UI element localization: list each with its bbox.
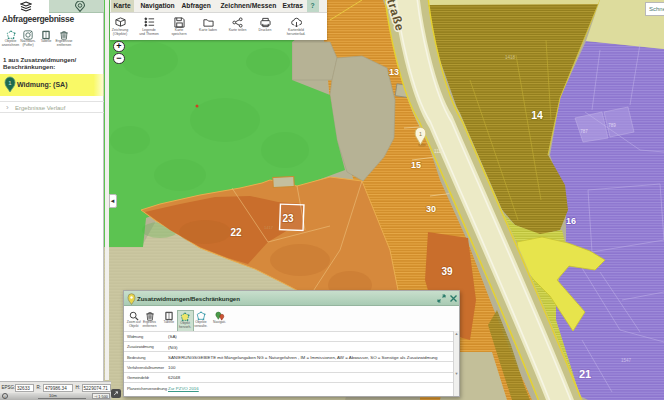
svg-text:15: 15: [411, 160, 421, 170]
svg-text:1417: 1417: [264, 225, 274, 230]
svg-text:1547: 1547: [621, 358, 632, 363]
svg-text:39: 39: [441, 266, 453, 277]
svg-text:1418: 1418: [505, 55, 516, 60]
svg-text:787: 787: [580, 129, 588, 134]
svg-text:1111: 1111: [434, 149, 444, 154]
svg-text:21: 21: [579, 368, 591, 380]
svg-text:789: 789: [608, 123, 616, 128]
svg-text:23: 23: [282, 213, 294, 224]
svg-text:13: 13: [389, 67, 399, 77]
svg-text:30: 30: [426, 204, 436, 214]
svg-text:1: 1: [419, 131, 422, 137]
svg-text:16: 16: [566, 216, 576, 226]
svg-text:14: 14: [531, 109, 543, 121]
svg-text:22: 22: [230, 227, 242, 238]
